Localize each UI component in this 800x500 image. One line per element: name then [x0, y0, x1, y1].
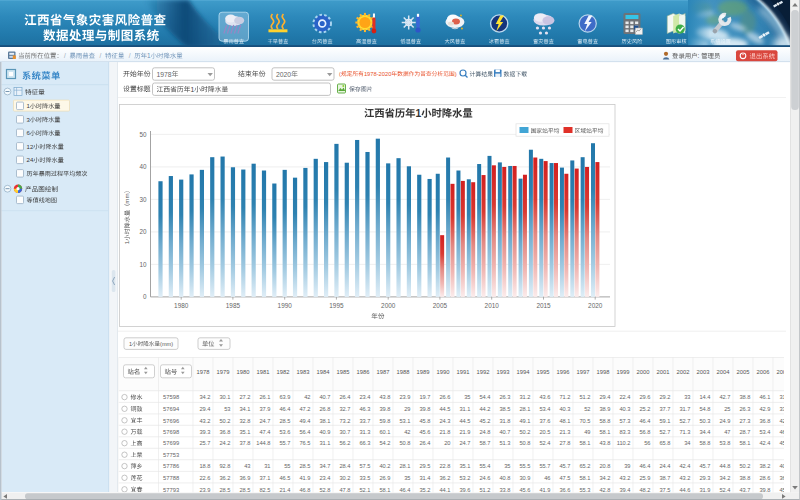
svg-text:28.4: 28.4 [339, 463, 350, 469]
svg-text:46.4: 46.4 [639, 463, 650, 469]
svg-text:54.2: 54.2 [379, 440, 390, 446]
svg-text:44.6: 44.6 [679, 487, 690, 493]
svg-text:30.9: 30.9 [519, 475, 530, 481]
svg-text:40.7: 40.7 [499, 429, 510, 435]
svg-text:45.7: 45.7 [699, 463, 710, 469]
svg-text:24.7: 24.7 [259, 418, 270, 424]
svg-text:1999: 1999 [617, 369, 630, 375]
svg-text:29.3: 29.3 [699, 475, 710, 481]
svg-text:1985: 1985 [337, 369, 350, 375]
svg-text:23.9: 23.9 [199, 487, 210, 493]
svg-text:38.9: 38.9 [599, 406, 610, 412]
svg-text:2005: 2005 [737, 369, 750, 375]
svg-text:44.5: 44.5 [439, 406, 450, 412]
svg-text:49: 49 [584, 429, 590, 435]
svg-text:1993: 1993 [497, 369, 510, 375]
svg-text:46.8: 46.8 [299, 487, 310, 493]
svg-text:18.8: 18.8 [199, 463, 210, 469]
svg-text:22.4: 22.4 [619, 394, 630, 400]
svg-text:1983: 1983 [297, 369, 310, 375]
svg-text:36.2: 36.2 [439, 475, 450, 481]
svg-text:20: 20 [139, 228, 147, 235]
svg-text:46: 46 [544, 475, 550, 481]
svg-text:55.3: 55.3 [579, 487, 590, 493]
svg-text:46.1: 46.1 [759, 394, 770, 400]
svg-text:58.1: 58.1 [379, 487, 390, 493]
svg-text:55.7: 55.7 [539, 463, 550, 469]
svg-text:46.4: 46.4 [399, 487, 410, 493]
svg-text:50.2: 50.2 [219, 418, 230, 424]
svg-text:31.1: 31.1 [459, 406, 470, 412]
svg-text:1992: 1992 [477, 369, 490, 375]
svg-text:32.7: 32.7 [339, 406, 350, 412]
svg-text:58.1: 58.1 [739, 440, 750, 446]
svg-text:30.1: 30.1 [219, 394, 230, 400]
svg-text:40.8: 40.8 [499, 475, 510, 481]
svg-text:26.6: 26.6 [439, 394, 450, 400]
svg-text:23.9: 23.9 [399, 394, 410, 400]
svg-text:35.1: 35.1 [239, 429, 250, 435]
svg-text:/: / [100, 52, 102, 59]
svg-text:2002: 2002 [677, 369, 690, 375]
svg-text:2010: 2010 [485, 302, 500, 309]
svg-text:49.4: 49.4 [299, 418, 310, 424]
svg-text:40: 40 [139, 163, 147, 170]
svg-text:73.2: 73.2 [339, 418, 350, 424]
svg-text:46.4: 46.4 [279, 406, 290, 412]
svg-text:57793: 57793 [163, 487, 179, 493]
svg-text:31.2: 31.2 [519, 394, 530, 400]
svg-text:38.7: 38.7 [659, 475, 670, 481]
svg-text:28.5: 28.5 [279, 418, 290, 424]
svg-text:52.4: 52.4 [539, 440, 550, 446]
svg-text:58.8: 58.8 [699, 440, 710, 446]
svg-text:2001: 2001 [657, 369, 670, 375]
svg-text:37.5: 37.5 [659, 487, 670, 493]
svg-text:41.9: 41.9 [299, 475, 310, 481]
svg-text:20.5: 20.5 [539, 429, 550, 435]
svg-text:58.7: 58.7 [479, 440, 490, 446]
svg-text:27.8: 27.8 [559, 440, 570, 446]
svg-text:56.8: 56.8 [639, 429, 650, 435]
svg-text:21.8: 21.8 [439, 429, 450, 435]
svg-text:144.8: 144.8 [256, 440, 270, 446]
svg-text:35.1: 35.1 [459, 463, 470, 469]
svg-text:63.9: 63.9 [279, 394, 290, 400]
svg-text:58.1: 58.1 [599, 429, 610, 435]
svg-text:65.2: 65.2 [579, 463, 590, 469]
svg-text:56.2: 56.2 [339, 440, 350, 446]
svg-text:31.3: 31.3 [359, 429, 370, 435]
svg-text:33.5: 33.5 [359, 475, 370, 481]
svg-text:1: 1 [191, 86, 195, 93]
svg-text:38.1: 38.1 [319, 418, 330, 424]
svg-text:26.3: 26.3 [499, 394, 510, 400]
svg-text:1: 1 [416, 108, 422, 119]
svg-text:2003: 2003 [697, 369, 710, 375]
svg-text:48.1: 48.1 [559, 418, 570, 424]
svg-text:1989: 1989 [417, 369, 430, 375]
svg-text:1987: 1987 [377, 369, 390, 375]
svg-text:53: 53 [224, 406, 230, 412]
svg-text:65.8: 65.8 [659, 440, 670, 446]
svg-text:53.4: 53.4 [759, 429, 770, 435]
svg-text:57788: 57788 [163, 475, 179, 481]
svg-text:51.2: 51.2 [579, 394, 590, 400]
svg-text:30.2: 30.2 [339, 475, 350, 481]
svg-text:1: 1 [123, 240, 130, 244]
svg-text:20.8: 20.8 [599, 463, 610, 469]
svg-text:2000: 2000 [381, 302, 396, 309]
svg-text:82.5: 82.5 [259, 487, 270, 493]
svg-text:50.2: 50.2 [739, 463, 750, 469]
svg-text:42.4: 42.4 [679, 463, 690, 469]
svg-text:39.4: 39.4 [619, 487, 630, 493]
svg-text:24.7: 24.7 [459, 440, 470, 446]
svg-text:2000: 2000 [637, 369, 650, 375]
svg-text:51.2: 51.2 [479, 487, 490, 493]
svg-text:92.8: 92.8 [219, 463, 230, 469]
svg-text:26.1: 26.1 [259, 394, 270, 400]
svg-text:1991: 1991 [457, 369, 470, 375]
svg-text:48.2: 48.2 [639, 487, 650, 493]
svg-text:39.8: 39.8 [759, 487, 770, 493]
svg-text:41.9: 41.9 [539, 487, 550, 493]
svg-text:43.6: 43.6 [539, 394, 550, 400]
svg-text:24.4: 24.4 [659, 463, 670, 469]
